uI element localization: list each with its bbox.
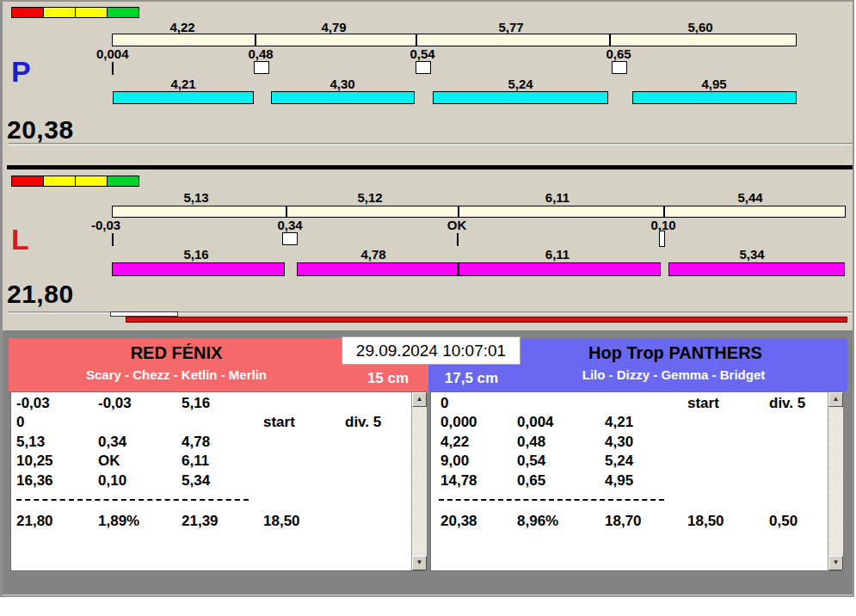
status-light-green (107, 7, 139, 18)
status-light-yellow (43, 176, 76, 187)
split-diff-label: 0,54 (384, 46, 461, 61)
segment-divider (255, 34, 256, 46)
team-members: Lilo - Dizzy - Gemma - Bridget (510, 367, 837, 382)
result-cell: 5,16 (182, 395, 210, 411)
scroll-down-button[interactable]: ▼ (412, 556, 427, 570)
split-diff-label: 0,65 (580, 46, 657, 61)
split-checkbox[interactable] (612, 61, 627, 74)
total-cell: 21,80 (16, 513, 53, 529)
ideal-segment-time: 5,60 (649, 20, 752, 34)
table-scrollbar[interactable]: ▲ ▼ (828, 392, 843, 570)
result-cell: 9,00 (440, 453, 469, 469)
status-light-yellow (75, 7, 108, 18)
result-cell: 16,36 (16, 472, 53, 489)
total-cell: 21,39 (182, 513, 219, 529)
lane-total-time: 21,80 (7, 281, 74, 307)
scroll-up-button[interactable]: ▲ (828, 392, 843, 407)
jump-height-badge: 17,5 cm (430, 370, 513, 387)
status-light-red (11, 7, 44, 18)
lane-letter: P (11, 57, 31, 86)
split-diff-label: 0,34 (251, 218, 329, 232)
status-light-red (11, 176, 44, 187)
result-cell: 0 (16, 414, 24, 430)
total-cell: 0,50 (769, 513, 797, 529)
lane-divider-line (9, 143, 853, 145)
team-name: RED FÉNIX (9, 343, 344, 363)
result-cell: 5,24 (605, 453, 633, 469)
total-cell: 18,70 (605, 513, 642, 529)
result-cell: 0 (440, 395, 448, 411)
split-tick-mark (112, 62, 114, 75)
result-cell: 0,000 (440, 414, 477, 430)
split-narrow-box[interactable] (659, 231, 665, 247)
total-cell: 1,89% (98, 513, 139, 529)
ideal-split-bar (112, 34, 797, 46)
result-cell: -0,03 (98, 395, 132, 411)
results-table-left: ▲ ▼ -0,03-0,035,160startdiv. 55,130,344,… (10, 391, 426, 571)
actual-segment-bar (271, 91, 415, 104)
result-cell: 4,78 (182, 434, 210, 450)
actual-segment-bar (297, 262, 661, 276)
result-cell: 0,54 (517, 453, 545, 469)
status-light-yellow (75, 176, 108, 187)
actual-segment-time: 6,11 (506, 247, 609, 262)
result-cell: OK (98, 453, 120, 469)
ideal-segment-time: 6,11 (506, 190, 609, 205)
split-checkbox[interactable] (282, 232, 298, 245)
datetime-display: 29.09.2024 10:07:01 (342, 336, 520, 365)
result-cell: 0,10 (98, 472, 126, 489)
jump-height-badge: 15 cm (349, 370, 427, 387)
team-members: Scary - Chezz - Ketlin - Merlin (9, 367, 344, 382)
actual-segment-bar (112, 262, 285, 276)
scroll-down-button[interactable]: ▼ (828, 556, 843, 570)
split-tick-mark (112, 233, 114, 246)
total-cell: 18,50 (263, 513, 300, 529)
result-cell: -0,03 (16, 395, 50, 411)
result-cell: div. 5 (345, 414, 381, 430)
segment-divider (458, 206, 459, 217)
scroll-up-button[interactable]: ▲ (412, 392, 427, 407)
ideal-split-bar (112, 206, 846, 218)
lane-total-time: 20,38 (7, 117, 74, 143)
segment-divider (286, 206, 287, 217)
segment-divider (416, 34, 417, 46)
result-cell: 14,78 (440, 472, 477, 489)
result-cell: start (263, 414, 295, 430)
split-tick-mark (457, 233, 459, 246)
actual-segment-time: 4,95 (662, 77, 766, 91)
total-cell: 20,38 (440, 513, 477, 529)
lane-letter: L (11, 225, 29, 254)
split-diff-label: -0,03 (91, 218, 120, 232)
race-progress-bar (126, 317, 847, 323)
actual-segment-bar (668, 262, 845, 276)
result-cell: 0,65 (517, 472, 545, 489)
split-diff-label: 0,004 (96, 46, 129, 61)
ideal-segment-time: 5,12 (318, 190, 422, 205)
segment-divider (457, 263, 459, 275)
result-cell: 0,48 (517, 434, 545, 450)
ideal-segment-time: 5,77 (459, 20, 563, 34)
actual-segment-time: 4,78 (322, 247, 425, 262)
ideal-segment-time: 5,44 (699, 190, 802, 205)
segment-divider (609, 34, 611, 46)
result-cell: 5,13 (16, 434, 45, 450)
split-checkbox[interactable] (254, 61, 269, 74)
lane-separator-bar (7, 165, 853, 169)
status-light-yellow (43, 7, 76, 18)
result-cell: start (687, 395, 719, 411)
actual-segment-time: 5,16 (145, 247, 248, 262)
split-diff-label: 0,48 (222, 46, 299, 61)
split-checkbox[interactable] (416, 61, 431, 74)
actual-segment-time: 4,30 (291, 77, 394, 91)
actual-segment-bar (113, 91, 254, 104)
results-table-right: ▲ ▼ 0startdiv. 50,0000,0044,214,220,484,… (430, 391, 842, 571)
result-cell: 10,25 (16, 453, 53, 469)
table-scrollbar[interactable]: ▲ ▼ (411, 392, 427, 570)
result-cell: 0,004 (517, 414, 554, 430)
total-cell: 8,96% (517, 513, 558, 529)
segment-divider (663, 206, 665, 217)
results-section: RED FÉNIX Scary - Chezz - Ketlin - Merli… (3, 330, 853, 594)
total-cell: 18,50 (687, 513, 724, 529)
result-cell: 6,11 (182, 453, 209, 469)
flyball-timing-app: P20,384,224,795,775,600,0040,480,540,654… (0, 0, 856, 616)
